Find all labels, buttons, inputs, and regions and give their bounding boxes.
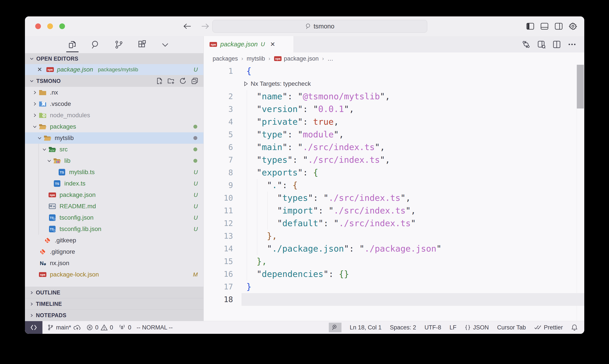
settings-gear-icon[interactable] [569,22,577,30]
remote-icon [30,325,37,330]
code-line-15: 15}, [204,255,584,268]
code-text: "./package.json": "./package.json" [246,242,441,255]
tree-item-label: .gitkeep [55,237,76,244]
chevron-down-icon [41,147,48,152]
maximize-window-button[interactable] [59,23,65,29]
source-control-icon[interactable] [112,37,126,52]
tree-item-label: .vscode [50,100,71,107]
tree-item-package-json[interactable]: npmpackage.jsonU [25,189,203,201]
line-number: 16 [204,268,233,280]
code-text: ".": { [246,179,298,192]
vim-mode[interactable]: -- NORMAL -- [137,324,173,331]
error-count: 0 [95,324,98,331]
line-number: 8 [204,166,233,179]
tree-item-mytslib-ts[interactable]: TSmytslib.tsU [25,167,203,178]
notifications-bell-icon[interactable] [571,324,578,331]
code-line-9: 9".": { [204,179,584,192]
git-status-badge: U [194,226,198,233]
code-text: { [246,65,251,78]
tree-item-src[interactable]: </>src [25,144,203,155]
section-header-timeline[interactable]: TIMELINE [25,298,203,310]
tree-item-tsconfig-json[interactable]: TStsconfig.jsonU [25,212,203,223]
svg-text:npm: npm [275,57,280,60]
npm-icon: npm [38,272,47,277]
cursor-position[interactable]: Ln 18, Col 1 [350,324,382,331]
section-header-outline[interactable]: OUTLINE [25,287,203,298]
collapse-all-icon[interactable] [190,76,199,86]
toggle-panel-icon[interactable] [540,22,549,30]
code-text: "types": "./src/index.ts", [246,154,390,166]
tree-item-node-modules[interactable]: JSnode_modules [25,110,203,121]
new-file-icon[interactable] [155,76,164,86]
forward-arrow-icon[interactable] [201,22,210,31]
tree-item--vscode[interactable]: .vscode [25,98,203,110]
git-status-badge: U [194,169,198,176]
refresh-icon[interactable] [178,76,188,86]
tab-package-json[interactable]: npm package.json U ✕ [204,36,294,52]
new-folder-icon[interactable] [166,76,176,86]
tab-close-icon[interactable]: ✕ [270,41,275,48]
code-editor[interactable]: 1{Nx Targets: typecheck2"name": "@tsmono… [204,65,584,321]
open-editor-item[interactable]: ✕ npm package.json packages/mytslib U [25,64,203,75]
remote-indicator[interactable] [25,321,42,334]
codelens-nx-targets[interactable]: Nx Targets: typecheck [244,78,311,90]
svg-text:JS: JS [43,115,45,117]
search-input[interactable]: tsmono [212,20,427,33]
screencast-zoom-indicator[interactable] [329,323,341,332]
workspace-header[interactable]: TSMONO [25,75,203,87]
language-mode[interactable]: JSON [465,324,489,331]
code-text: "main": "./src/index.ts", [246,141,385,154]
tree-item--gitignore[interactable]: .gitignore [25,246,203,258]
toggle-primary-sidebar-icon[interactable] [526,22,534,30]
git-branch-status[interactable]: main* [47,324,81,331]
open-editors-header[interactable]: OPEN EDITORS [25,53,203,64]
close-editor-icon[interactable]: ✕ [37,66,42,73]
extensions-icon[interactable] [135,37,149,52]
toggle-secondary-sidebar-icon[interactable] [555,22,563,30]
breadcrumb-packages[interactable]: packages [213,55,238,62]
git-icon [38,248,47,255]
search-view-icon[interactable] [89,37,102,52]
cursor-tab-indicator[interactable]: Cursor Tab [497,324,526,331]
tree-item-index-ts[interactable]: TSindex.tsU [25,178,203,189]
explorer-sidebar: OPEN EDITORS ✕ npm package.json packages… [25,36,203,321]
eol-setting[interactable]: LF [450,324,456,331]
tree-item-tsconfig-lib-json[interactable]: TStsconfig.lib.jsonU [25,223,203,235]
problems-status[interactable]: 0 0 [86,324,113,331]
open-changes-icon[interactable] [522,40,531,49]
more-actions-icon[interactable] [568,40,576,49]
tree-item-lib[interactable]: lib [25,155,203,167]
file-tree: .nx.vscodeJSnode_modulespackagesmytslib<… [25,87,203,287]
open-preview-icon[interactable] [537,40,546,49]
tree-item-packages[interactable]: packages [25,121,203,132]
formatter-status[interactable]: Prettier [534,324,563,331]
tree-item-nx-json[interactable]: Nnx.json [25,258,203,269]
breadcrumb-mytslib[interactable]: mytslib [247,55,265,62]
ports-count: 0 [128,324,131,331]
line-number: 5 [204,128,233,141]
tree-item-readme-md[interactable]: README.mdU [25,201,203,212]
explorer-tab-icon[interactable] [66,37,79,52]
ports-status[interactable]: 0 [118,324,131,331]
indentation-setting[interactable]: Spaces: 2 [390,324,416,331]
chevron-down-icon [46,159,52,163]
tree-item-mytslib[interactable]: mytslib [25,132,203,144]
close-window-button[interactable] [35,23,41,29]
braces-icon [465,325,471,331]
tree-item-label: index.ts [64,180,86,187]
back-arrow-icon[interactable] [182,22,192,31]
encoding-setting[interactable]: UTF-8 [424,324,441,331]
code-line-6: 6"main": "./src/index.ts", [204,141,584,154]
chevron-right-icon [29,302,34,306]
split-editor-icon[interactable] [552,40,561,49]
breadcrumb--[interactable]: … [327,55,333,62]
tree-item-label: node_modules [50,112,90,119]
tree-item--gitkeep[interactable]: .gitkeep [25,235,203,246]
code-line-3: 3"version": "0.0.1", [204,103,584,116]
breadcrumb-package-json[interactable]: npmpackage.json [274,55,319,62]
tree-item--nx[interactable]: .nx [25,87,203,98]
section-header-notepads[interactable]: NOTEPADS [25,310,203,321]
minimize-window-button[interactable] [47,23,53,29]
tree-item-package-lock-json[interactable]: npmpackage-lock.jsonM [25,269,203,280]
more-views-chevron-icon[interactable] [158,37,172,52]
